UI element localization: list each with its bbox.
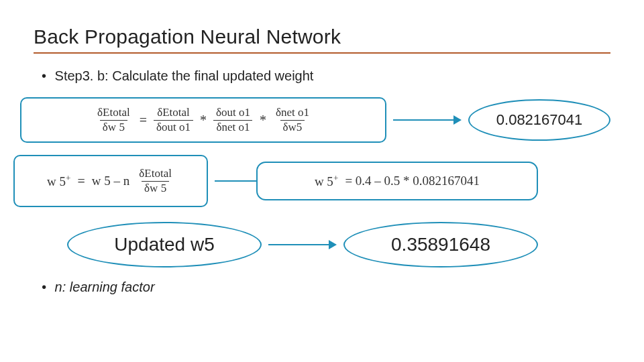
gradient-chain-box: δEtotalδw 5 = δEtotalδout o1 * δout o1δn… bbox=[20, 97, 386, 143]
slide-title: Back Propagation Neural Network bbox=[34, 25, 610, 48]
gradient-chain-eq: δEtotalδw 5 = δEtotalδout o1 * δout o1δn… bbox=[95, 107, 312, 133]
update-rule-eq: w 5+ = w 5 – n δEtotalδw 5 bbox=[47, 168, 174, 194]
updated-value-ellipse: 0.35891648 bbox=[343, 222, 538, 267]
arrow-icon bbox=[268, 240, 337, 249]
update-rule-box: w 5+ = w 5 – n δEtotalδw 5 bbox=[13, 155, 208, 207]
bullet-step: • Step3. b: Calculate the final updated … bbox=[42, 68, 610, 84]
gradient-result-ellipse: 0.082167041 bbox=[468, 99, 610, 141]
update-substituted-eq: w 5+ = 0.4 – 0.5 * 0.082167041 bbox=[315, 173, 480, 189]
slide: Back Propagation Neural Network • Step3.… bbox=[0, 0, 644, 362]
note-rest: learning factor bbox=[70, 280, 155, 294]
bullet-dot-icon: • bbox=[42, 280, 51, 295]
equation-row-2: w 5+ = w 5 – n δEtotalδw 5 w 5+ = 0.4 – … bbox=[34, 155, 610, 207]
equation-row-1: δEtotalδw 5 = δEtotalδout o1 * δout o1δn… bbox=[34, 97, 610, 143]
bullet-dot-icon: • bbox=[42, 68, 51, 84]
title-underline bbox=[34, 52, 610, 54]
note-learning-factor: • n: learning factor bbox=[42, 280, 610, 295]
arrow-icon bbox=[393, 115, 462, 125]
update-substituted-box: w 5+ = 0.4 – 0.5 * 0.082167041 bbox=[256, 162, 538, 200]
gradient-result-value: 0.082167041 bbox=[496, 111, 582, 129]
bullet-text-rest: Calculate the final updated weight bbox=[112, 68, 313, 83]
updated-value: 0.35891648 bbox=[391, 234, 490, 255]
note-prefix: n: bbox=[55, 280, 70, 294]
equation-row-3: Updated w5 0.35891648 bbox=[67, 222, 610, 267]
bullet-text-prefix: Step3. b: bbox=[55, 68, 113, 83]
updated-label: Updated w5 bbox=[114, 234, 214, 255]
updated-label-ellipse: Updated w5 bbox=[67, 222, 262, 267]
